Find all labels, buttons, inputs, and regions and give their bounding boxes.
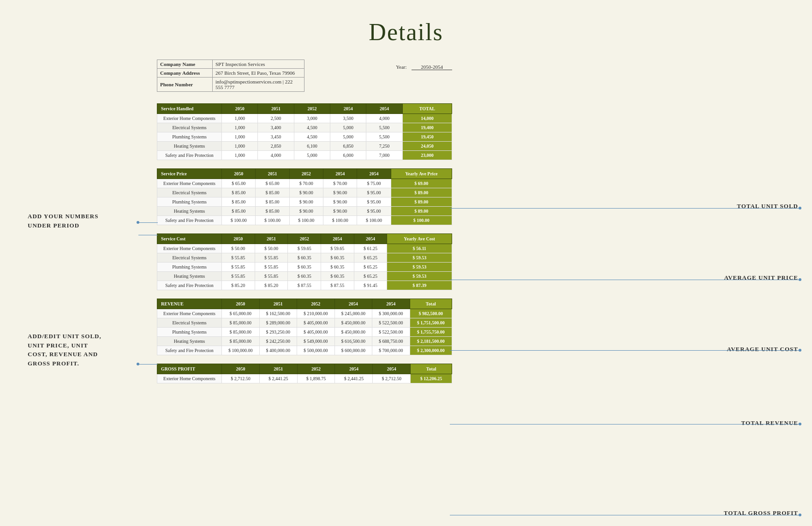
table-cell: $ 85.00: [256, 197, 289, 207]
table5-col-2054: 2054: [373, 364, 411, 374]
table-cell: $ 85.00: [256, 207, 289, 216]
connector-right-5: [450, 515, 800, 515]
table-row: Plumbing Systems$ 85.00$ 85.00$ 90.00$ 9…: [157, 197, 452, 207]
connector-dot-right-2: [799, 278, 801, 281]
table-cell: $ 50.00: [255, 244, 288, 253]
table-cell: $ 2,181,500.00: [410, 337, 452, 346]
connector-right-1: [450, 208, 800, 209]
table1-col-service: Service Handled: [157, 104, 222, 114]
table-cell: $ 522,500.00: [372, 328, 410, 337]
table-cell: 19,400: [402, 123, 452, 132]
connector-right-4: [450, 424, 800, 424]
table-cell: $ 2,300,000.00: [410, 346, 452, 355]
table-cell: $ 450,000.00: [334, 318, 372, 328]
table-row: Heating Systems$ 85,000.00$ 242,250.00$ …: [157, 337, 452, 346]
table-cell: 14,000: [402, 114, 452, 123]
table-row: Plumbing Systems1,0003,4504,5005,0005,50…: [157, 132, 452, 142]
table-cell: $ 1,755,750.00: [410, 328, 452, 337]
table2-header-row: Service Price 2050 2051 2052 2054 2054 Y…: [157, 169, 452, 179]
table3-header-row: Service Cost 2050 2051 2052 2054 2054 Ye…: [157, 234, 452, 244]
table-cell: $ 70.00: [289, 179, 323, 188]
annotation-left-2: ADD/EDIT UNIT SOLD,UNIT PRICE, UNITCOST,…: [28, 332, 148, 368]
table-cell: 4,000: [258, 151, 294, 160]
table-cell: 4,500: [294, 132, 330, 142]
table-cell: Heating Systems: [157, 272, 222, 281]
table-cell: $ 95.00: [357, 207, 391, 216]
table-cell: $ 65.25: [354, 253, 387, 263]
table3-col-service: Service Cost: [157, 234, 222, 244]
connector-dot-right-5: [799, 514, 801, 516]
table-cell: $ 59.53: [387, 253, 452, 263]
table1-col-total: TOTAL: [402, 104, 452, 114]
table3-body: Exterior Home Components$ 50.00$ 50.00$ …: [157, 244, 452, 290]
table-cell: $ 60.35: [321, 253, 354, 263]
table-row: Heating Systems1,0002,8506,1006,8507,250…: [157, 142, 452, 151]
table-row: Heating Systems$ 55.85$ 55.85$ 60.35$ 60…: [157, 272, 452, 281]
table-cell: $ 500,000.00: [297, 346, 335, 355]
document-area: Company Name SPT Inspection Services Com…: [157, 60, 452, 383]
table-cell: $ 90.00: [323, 188, 357, 197]
table-cell: $ 65,000.00: [222, 309, 260, 318]
table-cell: $ 59.53: [387, 263, 452, 272]
table-row: Exterior Home Components$ 2,712.50$ 2,44…: [157, 374, 452, 383]
table-cell: 2,850: [258, 142, 294, 151]
table-cell: $ 300,000.00: [372, 309, 410, 318]
table1-col-2050: 2050: [222, 104, 258, 114]
connector-line-2: [138, 235, 158, 235]
table5-col-2052: 2052: [297, 364, 335, 374]
table-cell: 1,000: [222, 142, 258, 151]
table3-col-2052: 2052: [288, 234, 321, 244]
table-cell: 7,000: [366, 151, 402, 160]
table-cell: 6,100: [294, 142, 330, 151]
table-cell: Exterior Home Components: [157, 114, 222, 123]
table-cell: $ 12,206.25: [411, 374, 452, 383]
table4-col-total: Total: [410, 299, 452, 309]
table-cell: $ 242,250.00: [259, 337, 297, 346]
table-cell: Exterior Home Components: [157, 374, 222, 383]
table-cell: 24,050: [402, 142, 452, 151]
table-cell: $ 549,000.00: [297, 337, 335, 346]
table-cell: $ 2,441.25: [335, 374, 373, 383]
table-cell: Heating Systems: [157, 207, 222, 216]
connector-right-3: [450, 350, 800, 351]
table4-header-row: REVENUE 2050 2051 2052 2054 2054 Total: [157, 299, 452, 309]
table-cell: $ 85.00: [222, 188, 256, 197]
page-title: Details: [0, 0, 812, 60]
connector-line-3: [138, 364, 158, 365]
table-cell: $ 90.00: [289, 188, 323, 197]
table-cell: 3,000: [294, 114, 330, 123]
table5-body: Exterior Home Components$ 2,712.50$ 2,44…: [157, 374, 452, 383]
table4-col-2051: 2051: [259, 299, 297, 309]
table-cell: Plumbing Systems: [157, 328, 222, 337]
table-cell: Safety and Fire Protection: [157, 346, 222, 355]
table3-col-2053: 2054: [321, 234, 354, 244]
table-cell: Electrical Systems: [157, 318, 222, 328]
table-cell: $ 405,000.00: [297, 318, 335, 328]
table-cell: $ 87.39: [387, 281, 452, 290]
service-price-table: Service Price 2050 2051 2052 2054 2054 Y…: [157, 168, 452, 225]
table-cell: $ 600,000.00: [334, 346, 372, 355]
table-cell: $ 85.00: [222, 207, 256, 216]
company-header: Company Name SPT Inspection Services Com…: [157, 60, 452, 92]
table-row: Plumbing Systems$ 55.85$ 55.85$ 60.35$ 6…: [157, 263, 452, 272]
table5-header-row: GROSS PROFIT 2050 2051 2052 2054 2054 To…: [157, 364, 452, 374]
table-cell: $ 90.00: [289, 207, 323, 216]
table-cell: $ 87.55: [321, 281, 354, 290]
table-cell: $ 85,000.00: [222, 318, 260, 328]
company-info-table: Company Name SPT Inspection Services Com…: [157, 60, 304, 92]
table-cell: $ 65.25: [354, 272, 387, 281]
connector-dot-right-4: [799, 423, 801, 425]
table-cell: $ 90.00: [323, 197, 357, 207]
table4-col-2052: 2052: [297, 299, 335, 309]
table2-col-service: Service Price: [157, 169, 222, 179]
table-row: Safety and Fire Protection$ 100.00$ 100.…: [157, 216, 452, 225]
table2-col-2050: 2050: [222, 169, 256, 179]
table-cell: $ 75.00: [357, 179, 391, 188]
table3-col-2050: 2050: [222, 234, 255, 244]
table1-col-2052: 2052: [294, 104, 330, 114]
table-cell: $ 55.85: [255, 272, 288, 281]
table2-col-2052: 2052: [289, 169, 323, 179]
table-row: Exterior Home Components$ 65,000.00$ 162…: [157, 309, 452, 318]
table-cell: 3,500: [330, 114, 366, 123]
year-label: Year:: [396, 64, 406, 70]
